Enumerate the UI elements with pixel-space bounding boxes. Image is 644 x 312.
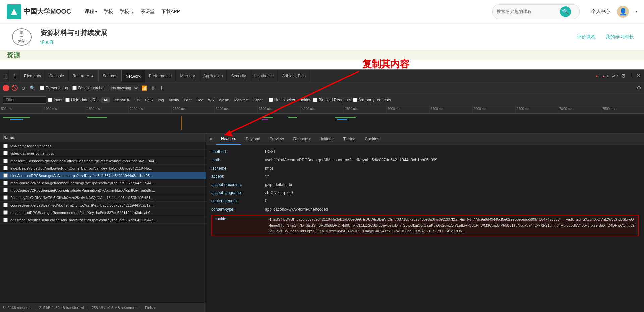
search-icon[interactable]: 🔍 xyxy=(29,85,36,91)
filter-icon[interactable]: ⊘ xyxy=(20,85,27,91)
tab-response[interactable]: Response xyxy=(288,133,316,145)
invert-checkbox[interactable] xyxy=(48,98,52,102)
wifi-icon[interactable]: 📶 xyxy=(141,85,148,91)
network-settings-icon[interactable]: ⚙ xyxy=(637,85,641,91)
preserve-log-checkbox[interactable] xyxy=(40,86,44,90)
file-checkbox-3[interactable] xyxy=(3,166,8,170)
filter-ws[interactable]: WS xyxy=(206,97,216,103)
filter-font[interactable]: Font xyxy=(182,97,194,103)
tab-timing[interactable]: Timing xyxy=(339,133,360,145)
file-item-9[interactable]: recommendRPCBean.getRecommend.rpc?csrfKe… xyxy=(0,209,206,216)
svg-marker-0 xyxy=(11,8,17,15)
nav-item-cloud[interactable]: 学校云 xyxy=(120,9,134,15)
tab-application[interactable]: Application xyxy=(199,70,227,82)
blocked-requests-label[interactable]: Blocked Requests xyxy=(313,98,351,102)
devtools-icon-phone[interactable]: 📱 xyxy=(10,70,20,82)
file-item-1[interactable]: video-gatherer-content.css xyxy=(0,150,206,157)
file-checkbox-9[interactable] xyxy=(3,210,8,215)
blocked-requests-checkbox[interactable] xyxy=(313,98,317,102)
download-icon[interactable]: ⬇ xyxy=(158,85,165,91)
filter-all[interactable]: All xyxy=(101,97,110,103)
third-party-checkbox[interactable] xyxy=(353,98,357,102)
nav-item-courses[interactable]: 课程 ▾ xyxy=(85,9,97,15)
disable-cache-checkbox[interactable] xyxy=(72,86,77,90)
has-blocked-cookies-checkbox[interactable] xyxy=(269,98,273,102)
filter-doc[interactable]: Doc xyxy=(194,97,206,103)
file-checkbox-1[interactable] xyxy=(3,151,8,155)
filter-manifest[interactable]: Manifest xyxy=(232,97,251,103)
tab-console[interactable]: Console xyxy=(45,70,68,82)
headers-content[interactable]: :method: POST :path: /web/j/bindAccountR… xyxy=(206,145,644,312)
nav-item-app[interactable]: 下载APP xyxy=(161,9,180,15)
tab-preview[interactable]: Preview xyxy=(265,133,289,145)
header-row-scheme: :scheme: https xyxy=(211,164,639,172)
tab-recorder[interactable]: Recorder ▲ xyxy=(68,70,99,82)
tab-security[interactable]: Security xyxy=(227,70,250,82)
logo-area[interactable]: 中国大学MOOC xyxy=(7,4,71,19)
file-checkbox-5[interactable] xyxy=(3,181,8,185)
nav-item-mooc[interactable]: 慕课堂 xyxy=(141,9,155,15)
tab-adblock[interactable]: Adblock Plus xyxy=(278,70,310,82)
tab-elements[interactable]: Elements xyxy=(20,70,45,82)
file-checkbox-10[interactable] xyxy=(3,218,8,222)
file-checkbox-2[interactable] xyxy=(3,159,8,163)
file-item-6[interactable]: mocCourseV2RpcBean.getCourseEvaluatePagi… xyxy=(0,187,206,194)
file-item-2[interactable]: mocTermClassroomRpcBean.hasOfflineClassr… xyxy=(0,157,206,165)
file-item-3[interactable]: indexBeanV3.getTopAndLowerRightCornerBar… xyxy=(0,165,206,172)
disable-cache-label[interactable]: Disable cache xyxy=(72,86,103,90)
filter-js[interactable]: JS xyxy=(133,97,143,103)
hide-data-urls-label[interactable]: Hide data URLs xyxy=(65,98,100,102)
file-item-0[interactable]: text-gatherer-content.css xyxy=(0,142,206,150)
file-item-5[interactable]: mocCourseV2RpcBean.getMemberLearningRate… xyxy=(0,179,206,187)
user-center[interactable]: 个人中心 xyxy=(591,9,610,15)
filter-fetch[interactable]: Fetch/XHR xyxy=(110,97,133,103)
search-input[interactable] xyxy=(497,9,559,14)
tab-network[interactable]: Network xyxy=(122,70,145,82)
tab-performance[interactable]: Performance xyxy=(145,70,176,82)
clear-btn[interactable]: 🚫 xyxy=(11,85,18,91)
filter-input[interactable] xyxy=(3,96,46,104)
record-btn[interactable] xyxy=(3,85,9,91)
tab-payload[interactable]: Payload xyxy=(241,133,265,145)
filter-img[interactable]: Img xyxy=(155,97,166,103)
close-devtools-icon[interactable]: ✕ xyxy=(636,73,641,79)
file-item-7[interactable]: ?data=eyJkYXRhVHlwZSI6IClliwic2Vzc2lvblV… xyxy=(0,194,206,202)
file-checkbox-6[interactable] xyxy=(3,188,8,192)
tab-lighthouse[interactable]: Lighthouse xyxy=(250,70,278,82)
dropdown-icon[interactable]: ▾ xyxy=(636,10,637,13)
evaluate-course-btn[interactable]: 评价课程 xyxy=(577,34,596,40)
nav-item-school[interactable]: 学校 xyxy=(104,9,113,15)
upload-icon[interactable]: ⬆ xyxy=(150,85,156,91)
file-list[interactable]: text-gatherer-content.css video-gatherer… xyxy=(0,142,206,303)
filter-media[interactable]: Media xyxy=(167,97,181,103)
timeline-area[interactable]: 500 ms 1000 ms 1500 ms 2000 ms 2500 ms 3… xyxy=(0,106,644,133)
file-checkbox-4[interactable] xyxy=(3,173,8,178)
third-party-label[interactable]: 3rd-party requests xyxy=(353,98,391,102)
tab-initiator[interactable]: Initiator xyxy=(316,133,338,145)
tab-headers[interactable]: Headers xyxy=(216,133,241,145)
tab-sources[interactable]: Sources xyxy=(99,70,122,82)
avatar[interactable]: 👤 xyxy=(617,6,629,18)
hide-data-urls-checkbox[interactable] xyxy=(65,98,70,102)
has-blocked-cookies-label[interactable]: Has blocked cookies xyxy=(269,98,311,102)
preserve-log-label[interactable]: Preserve log xyxy=(40,86,68,90)
devtools-icon-cursor[interactable]: ⬚ xyxy=(0,70,10,82)
settings-icon[interactable]: ⚙ xyxy=(621,73,626,79)
filter-css[interactable]: CSS xyxy=(143,97,155,103)
more-options-icon[interactable]: ⋮ xyxy=(628,73,634,79)
file-item-4[interactable]: bindAccountRPCBean.getAllAccount.rpc?csr… xyxy=(0,172,206,179)
file-item-8[interactable]: courseBean.getLastLearnedMocTermDto.rpc?… xyxy=(0,202,206,209)
study-time-btn[interactable]: 我的学习时长 xyxy=(606,34,634,40)
file-checkbox-8[interactable] xyxy=(3,203,8,207)
headers-panel-close[interactable]: ✕ xyxy=(206,133,216,145)
search-button[interactable]: 🔍 xyxy=(560,6,571,17)
filter-wasm[interactable]: Wasm xyxy=(217,97,232,103)
throttle-select[interactable]: No throttling xyxy=(108,85,139,91)
file-checkbox-7[interactable] xyxy=(3,195,8,200)
invert-label[interactable]: Invert xyxy=(48,98,64,102)
file-item-10[interactable]: adsTraceStatisticsBean.collectAdsTraceSt… xyxy=(0,216,206,224)
filter-other[interactable]: Other xyxy=(251,97,265,103)
tab-cookies[interactable]: Cookies xyxy=(360,133,384,145)
file-checkbox-0[interactable] xyxy=(3,144,8,148)
tab-memory[interactable]: Memory xyxy=(176,70,199,82)
